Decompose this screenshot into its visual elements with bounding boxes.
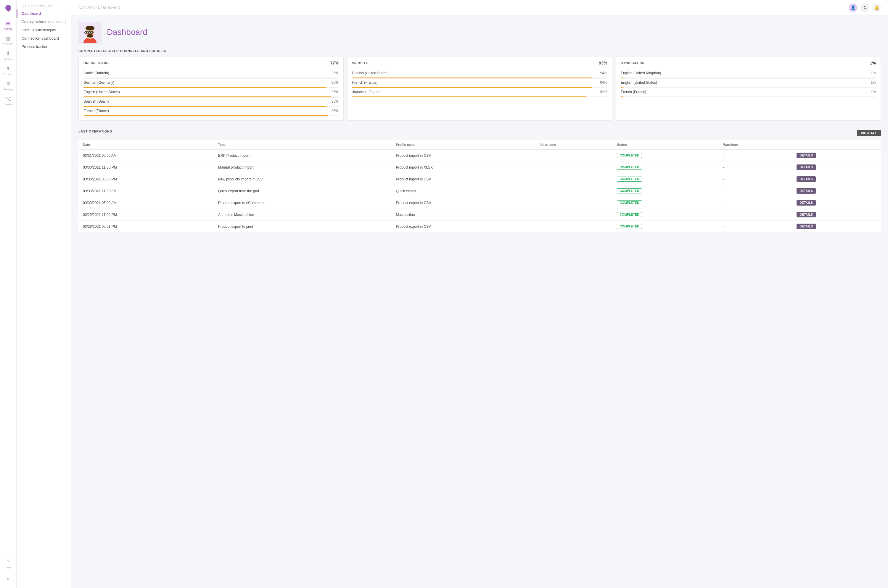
col-profile: Profile name bbox=[391, 140, 536, 150]
cell-date: 03/30/2021 05:00 PM bbox=[79, 173, 214, 185]
breadcrumb-part1: ACTIVITY bbox=[78, 6, 95, 9]
locale-name: Arabic (Bahrain) bbox=[83, 71, 109, 75]
locale-name: English (United States) bbox=[83, 90, 120, 94]
sidebar-nav-label: ACTIVITY NAVIGATION bbox=[17, 4, 71, 9]
locale-row: Japanese (Japan) 92% bbox=[352, 88, 607, 96]
locale-pct: 1% bbox=[871, 90, 876, 94]
channel-name-syndication: SYNDICATION bbox=[621, 61, 645, 65]
nav-item-settings[interactable]: ⚙ Settings bbox=[0, 78, 17, 93]
completeness-grid: ONLINE STORE 77% Arabic (Bahrain) 0% Ger… bbox=[78, 56, 881, 121]
user-avatar[interactable]: 👤 bbox=[849, 3, 857, 12]
status-badge: COMPLETED bbox=[617, 177, 642, 182]
cell-details: DETAILS bbox=[792, 185, 880, 197]
nav-item-products[interactable]: ▦ Products bbox=[0, 33, 17, 48]
svg-point-11 bbox=[90, 32, 92, 33]
cell-warnings: - bbox=[719, 150, 792, 162]
locale-name: French (France) bbox=[621, 90, 646, 94]
exports-icon: ⬆ bbox=[6, 65, 11, 72]
details-button[interactable]: DETAILS bbox=[796, 224, 816, 229]
cell-details: DETAILS bbox=[792, 173, 880, 185]
sidebar-item-data-quality[interactable]: Data Quality Insights bbox=[17, 26, 71, 34]
completeness-section-title: COMPLETENESS OVER CHANNELS AND LOCALES bbox=[78, 49, 881, 52]
sidebar-item-connection[interactable]: Connection dashboard bbox=[17, 34, 71, 43]
channel-pct-website: 93% bbox=[599, 61, 607, 65]
table-row: 03/30/2021 11:00 AM Quick export from th… bbox=[79, 185, 881, 197]
imports-icon: ⬇ bbox=[6, 50, 11, 57]
details-button[interactable]: DETAILS bbox=[796, 153, 816, 158]
cell-date: 03/30/2021 05:00 AM bbox=[79, 197, 214, 209]
channel-name-online: ONLINE STORE bbox=[83, 61, 110, 65]
nav-item-activity[interactable]: ⊞ Activity bbox=[0, 18, 17, 33]
cell-type: Manual product import bbox=[214, 162, 392, 173]
channel-card-syndication: SYNDICATION 1% English (United Kingdom) … bbox=[616, 56, 881, 121]
locale-pct: 1% bbox=[871, 81, 876, 85]
cell-profile: Product export in CSV bbox=[391, 220, 536, 232]
cell-type: Quick export from the grid bbox=[214, 185, 392, 197]
details-button[interactable]: DETAILS bbox=[796, 200, 816, 206]
cell-status: COMPLETED bbox=[613, 173, 719, 185]
icon-nav: ⊞ Activity ▦ Products ⬇ Imports ⬆ Export… bbox=[0, 0, 17, 588]
locale-pct: 94% bbox=[600, 81, 607, 85]
breadcrumb-part2: DASHBOARD bbox=[98, 6, 120, 9]
channel-name-website: WEBSITE bbox=[352, 61, 368, 65]
nav-collapse-button[interactable]: « bbox=[0, 573, 17, 585]
locale-pct: 92% bbox=[600, 90, 607, 94]
locale-row: English (United States) 1% bbox=[621, 78, 876, 86]
status-badge: COMPLETED bbox=[617, 224, 642, 229]
breadcrumb-sep: / bbox=[96, 6, 98, 9]
cell-status: COMPLETED bbox=[613, 220, 719, 232]
progress-bar-wrap bbox=[83, 116, 339, 116]
nav-item-imports[interactable]: ⬇ Imports bbox=[0, 48, 17, 63]
cell-profile: Product import in CSV bbox=[391, 173, 536, 185]
locale-row: Spanish (Spain) 95% bbox=[83, 97, 339, 105]
cell-warnings: - bbox=[719, 209, 792, 220]
locale-pct: 94% bbox=[600, 71, 607, 75]
cell-type: Product export to eCommerce bbox=[214, 197, 392, 209]
details-button[interactable]: DETAILS bbox=[796, 212, 816, 218]
status-badge: COMPLETED bbox=[617, 188, 642, 194]
nav-item-exports[interactable]: ⬆ Exports bbox=[0, 63, 17, 78]
app-logo bbox=[3, 3, 13, 13]
details-button[interactable]: DETAILS bbox=[796, 188, 816, 194]
sidebar-item-process[interactable]: Process tracker bbox=[17, 43, 71, 51]
collapse-icon: « bbox=[6, 576, 9, 582]
status-badge: COMPLETED bbox=[617, 165, 642, 170]
col-status: Status bbox=[613, 140, 719, 150]
progress-bar bbox=[352, 96, 587, 97]
cell-username bbox=[536, 197, 613, 209]
details-button[interactable]: DETAILS bbox=[796, 165, 816, 170]
locale-row: Arabic (Bahrain) 0% bbox=[83, 69, 339, 77]
nav-item-imports-label: Imports bbox=[3, 58, 12, 61]
topbar: ACTIVITY / DASHBOARD 👤 ↻ 🔔 bbox=[71, 0, 888, 15]
table-row: 03/30/2021 05:00 AM Product export to eC… bbox=[79, 197, 881, 209]
channel-card-header-syndication: SYNDICATION 1% bbox=[621, 61, 876, 65]
sidebar-item-dashboard[interactable]: Dashboard bbox=[17, 9, 71, 18]
cell-date: 03/30/2021 11:00 PM bbox=[79, 162, 214, 173]
cell-username bbox=[536, 150, 613, 162]
channel-card-header-website: WEBSITE 93% bbox=[352, 61, 607, 65]
view-all-button[interactable]: VIEW ALL bbox=[857, 130, 881, 136]
col-type: Type bbox=[214, 140, 392, 150]
progress-bar-wrap bbox=[352, 96, 607, 97]
progress-bar bbox=[83, 116, 328, 116]
status-badge: COMPLETED bbox=[617, 200, 642, 205]
cell-details: DETAILS bbox=[792, 162, 880, 173]
nav-item-system[interactable]: ⌥ System bbox=[0, 93, 17, 108]
nav-item-help[interactable]: ? Help bbox=[0, 556, 17, 571]
col-date: Date bbox=[79, 140, 214, 150]
nav-item-help-label: Help bbox=[5, 566, 11, 569]
breadcrumb: ACTIVITY / DASHBOARD bbox=[78, 6, 120, 9]
dashboard-avatar bbox=[78, 21, 102, 44]
cell-status: COMPLETED bbox=[613, 150, 719, 162]
notifications-icon[interactable]: 🔔 bbox=[873, 3, 881, 12]
sidebar-item-catalog[interactable]: Catalog volume monitoring bbox=[17, 18, 71, 26]
cell-type: Attributes Mass edition bbox=[214, 209, 392, 220]
products-icon: ▦ bbox=[6, 35, 11, 42]
cell-warnings: - bbox=[719, 197, 792, 209]
activity-icon: ⊞ bbox=[6, 20, 11, 27]
details-button[interactable]: DETAILS bbox=[796, 176, 816, 182]
refresh-icon[interactable]: ↻ bbox=[861, 3, 869, 12]
operations-table: Date Type Profile name Username Status W… bbox=[78, 140, 881, 232]
cell-profile: Mass action bbox=[391, 209, 536, 220]
cell-warnings: - bbox=[719, 173, 792, 185]
